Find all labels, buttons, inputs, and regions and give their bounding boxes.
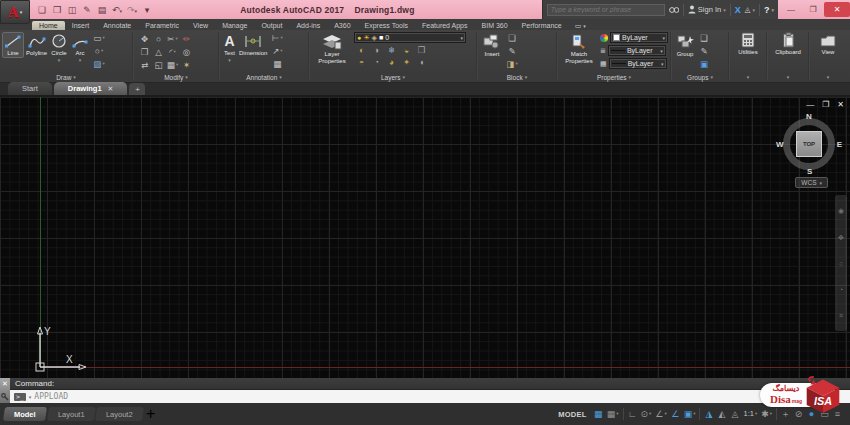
multileader-icon[interactable]: ↗▾ <box>271 45 283 57</box>
layer-lock-icon[interactable]: ◒ <box>399 44 414 56</box>
viewport-minimize-icon[interactable]: — <box>806 100 814 109</box>
linetype-dropdown[interactable]: ByLayer ▾ <box>609 58 667 69</box>
group-selection-icon[interactable]: ▣ <box>698 58 710 70</box>
ungroup-icon[interactable]: ❑ <box>698 32 710 44</box>
layout-tab-layout2[interactable]: Layout2 <box>95 407 144 421</box>
plot-icon[interactable]: ▤ <box>96 5 108 15</box>
restore-button[interactable]: ❐ <box>802 2 824 17</box>
object-snap-tracking-icon[interactable]: ∠ <box>669 406 682 422</box>
rectangle-icon-caret[interactable]: ▾ <box>102 36 104 41</box>
new-drawing-tab-button[interactable]: + <box>129 83 145 95</box>
autoscale-icon[interactable]: ◭ <box>715 406 728 422</box>
viewcube-south[interactable]: S <box>807 167 812 176</box>
create-block-icon[interactable]: ❏ <box>506 32 518 44</box>
file-tab-start[interactable]: Start <box>8 82 52 95</box>
ribbon-display-toggle[interactable]: ▭▾ <box>575 22 586 30</box>
object-snap-icon-caret[interactable]: ▾ <box>693 412 695 417</box>
block-panel-label[interactable]: Block▾ <box>478 72 556 82</box>
ellipse-icon-caret[interactable]: ▾ <box>101 49 103 54</box>
command-recent-caret-icon[interactable]: ▾ <box>29 394 32 400</box>
properties-panel-label[interactable]: Properties▾ <box>558 72 670 82</box>
fillet-icon[interactable]: ◜▾ <box>166 46 179 58</box>
autodesk-exchange-icon[interactable]: X <box>735 5 741 15</box>
define-attributes-icon[interactable]: ◨▾ <box>506 58 518 70</box>
viewport-restore-icon[interactable]: ❐ <box>822 100 829 109</box>
snap-icon-caret[interactable]: ▾ <box>616 412 618 417</box>
view-interface-icon[interactable] <box>820 32 836 48</box>
application-menu-button[interactable]: A ▾ <box>0 0 30 24</box>
layer-color-swatch[interactable]: ■ <box>379 34 383 42</box>
command-history-line[interactable]: Command: <box>10 378 850 390</box>
undo-icon[interactable]: ↶▾ <box>111 5 123 15</box>
layer-match-icon[interactable]: ❒ <box>414 44 429 56</box>
ribbon-tab-a360[interactable]: A360 <box>327 21 357 30</box>
ribbon-tab-express-tools[interactable]: Express Tools <box>358 21 415 30</box>
polar-tracking-icon-caret[interactable]: ▾ <box>649 412 651 417</box>
command-customize-wrench-icon[interactable] <box>1 393 9 401</box>
block-editor-icon[interactable]: ✎ <box>506 45 518 57</box>
ribbon-tab-output[interactable]: Output <box>254 21 289 30</box>
viewport-close-icon[interactable]: ✕ <box>837 100 844 109</box>
annotation-scale-value[interactable]: 1:1▾ <box>741 406 759 422</box>
layer-unisolate-icon[interactable]: ◕ <box>384 56 399 68</box>
dimension-style-icon[interactable]: ⊢▾ <box>271 32 283 44</box>
polar-tracking-icon[interactable]: ⊙▾ <box>639 406 654 422</box>
linetype-icon[interactable]: ▦ <box>600 60 607 68</box>
layer-off-icon[interactable]: ◐ <box>354 44 369 56</box>
qat-menu-icon[interactable]: ▾ <box>141 5 153 15</box>
navigation-bar[interactable]: ◉ ✥ ○ ◔ ≡ <box>835 195 847 331</box>
clipboard-panel-expand[interactable]: ▾ <box>768 72 808 82</box>
fillet-icon-caret[interactable]: ▾ <box>174 50 176 55</box>
wcs-caret-icon[interactable]: ▾ <box>819 180 822 186</box>
utilities-panel-expand[interactable]: ▾ <box>730 72 766 82</box>
snap-icon[interactable]: ▦▾ <box>605 406 621 422</box>
search-input[interactable] <box>547 4 665 16</box>
undo-icon-caret[interactable]: ▾ <box>120 8 123 14</box>
command-input-line[interactable]: >_ ▾ APPLOAD <box>10 390 850 403</box>
multileader-icon-caret[interactable]: ▾ <box>280 49 282 54</box>
help-button[interactable]: ?▾ <box>764 5 774 15</box>
mirror-icon[interactable]: △ <box>152 46 165 58</box>
close-button[interactable]: ✕ <box>824 2 850 17</box>
modify-panel-label[interactable]: Modify▾ <box>134 72 218 82</box>
text-caret-icon[interactable]: ▾ <box>228 58 231 63</box>
array-icon[interactable]: ▦▾ <box>166 59 179 71</box>
array-icon-caret[interactable]: ▾ <box>176 63 178 68</box>
hatch-icon-caret[interactable]: ▾ <box>102 62 104 67</box>
layer-unlock-icon[interactable]: ◈ <box>372 34 377 42</box>
ribbon-tab-parametric[interactable]: Parametric <box>138 21 186 30</box>
stretch-icon[interactable]: ⇄ <box>138 59 151 71</box>
zoom-icon[interactable]: ○ <box>839 260 843 267</box>
layer-properties-button[interactable]: Layer Properties <box>312 32 352 65</box>
layer-state-icon[interactable]: ◖ <box>414 56 429 68</box>
orbit-icon[interactable]: ◔ <box>839 286 843 293</box>
linetype-caret-icon[interactable]: ▾ <box>661 61 664 67</box>
ribbon-tab-bim-360[interactable]: BIM 360 <box>475 21 515 30</box>
lineweight-dropdown[interactable]: ByLayer ▾ <box>608 45 666 56</box>
annotation-scale-icon[interactable]: ◬ <box>728 406 741 422</box>
offset-icon[interactable]: ◎ <box>180 46 193 58</box>
polyline-button[interactable]: Polyline <box>24 32 49 58</box>
isometric-drafting-icon-caret[interactable]: ▾ <box>664 412 666 417</box>
pan-icon[interactable]: ✥ <box>838 234 844 242</box>
rectangle-icon[interactable]: ▭▾ <box>93 32 105 44</box>
erase-icon[interactable]: ✏ <box>180 33 193 45</box>
annotation-visibility-icon[interactable]: ◮ <box>702 406 715 422</box>
lineweight-caret-icon[interactable]: ▾ <box>660 48 663 54</box>
hatch-icon[interactable]: ▨▾ <box>93 58 105 70</box>
redo-icon-caret[interactable]: ▾ <box>135 8 138 14</box>
arc-caret-icon[interactable]: ▾ <box>79 58 82 63</box>
ribbon-tab-manage[interactable]: Manage <box>215 21 254 30</box>
ribbon-tab-annotate[interactable]: Annotate <box>96 21 138 30</box>
viewcube-top-face[interactable]: TOP <box>796 131 822 157</box>
object-snap-icon[interactable]: ▣▾ <box>682 406 698 422</box>
insert-button[interactable]: Insert <box>480 32 504 59</box>
isometric-drafting-icon[interactable]: ∠▾ <box>653 406 668 422</box>
command-close-icon[interactable]: ✕ <box>2 380 8 387</box>
layer-dropdown-caret-icon[interactable]: ▾ <box>460 35 463 41</box>
new-layout-button[interactable]: + <box>146 405 155 423</box>
file-tab-drawing1[interactable]: Drawing1 ✕ <box>54 82 128 95</box>
save-icon[interactable]: ◫ <box>66 5 78 15</box>
drawing-canvas[interactable]: — ❐ ✕ N W E S TOP WCS ▾ ◉ ✥ ○ ◔ ≡ <box>0 97 850 378</box>
viewcube-north[interactable]: N <box>806 112 812 121</box>
